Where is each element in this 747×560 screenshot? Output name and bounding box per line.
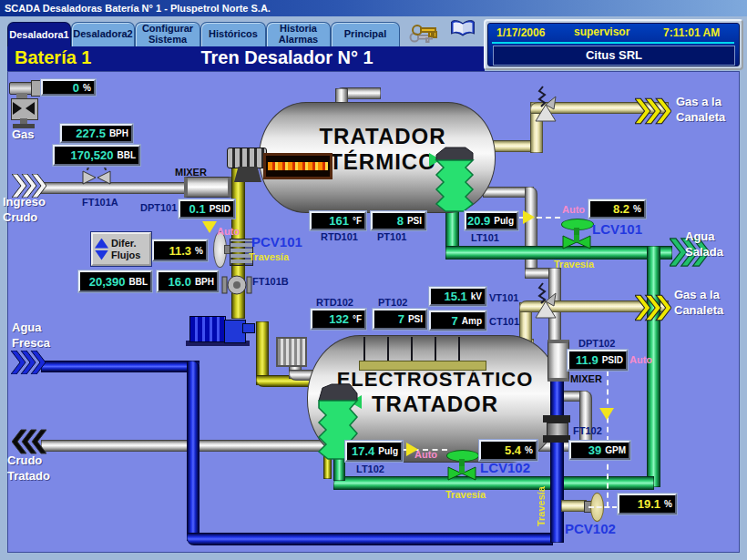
unit: % (633, 204, 641, 214)
gas-canal2-label: Gas a la Canaleta (674, 288, 723, 319)
lcv101-label[interactable]: LCV101 (592, 221, 642, 237)
pipe-water-right-riser (647, 246, 660, 487)
display-pcv102-output[interactable]: 19.1 % (618, 494, 677, 514)
fresh-line2: Fresca (12, 336, 50, 351)
lcv102-label[interactable]: LCV102 (480, 460, 530, 475)
flame-strip (268, 162, 328, 170)
mixer1-label: MIXER (175, 167, 207, 178)
unit: Pulg (378, 446, 398, 456)
thermal-level-indicator[interactable] (435, 146, 475, 217)
unit: PSI (407, 216, 422, 226)
lcv102-valve-icon[interactable] (446, 448, 479, 484)
display-ft102-flow: 39 GPM (569, 441, 630, 460)
pump-outlet (242, 323, 255, 333)
ft102-label: FT102 (573, 425, 602, 436)
up-down-arrows-icon (95, 239, 108, 260)
scada-window: { "window": {"title": "SCADA Desaladoras… (0, 0, 747, 560)
unit: BBL (117, 150, 136, 160)
pipe-fresh-bottom (187, 533, 553, 545)
pipe-fresh-inlet (41, 361, 200, 372)
gas-instrument-icon (9, 78, 46, 129)
display-lcv102-output[interactable]: 5.4 % (479, 440, 537, 461)
tab-historicos[interactable]: Históricos (200, 22, 266, 46)
tab-configurar-sistema[interactable]: Configurar Sistema (135, 22, 200, 46)
ft101a-label: FT101A (82, 197, 118, 208)
value: 8.2 (613, 202, 629, 216)
rtd102-label: RTD102 (316, 297, 353, 308)
pump-motor-icon[interactable] (189, 316, 226, 342)
travesia-pcv101: Travesía (249, 251, 289, 262)
pipe-fresh-riser (550, 377, 564, 543)
lt102-label: LT102 (356, 463, 384, 474)
session-user: supervisor (574, 25, 629, 38)
travesia-lcv102: Travesía (445, 489, 486, 500)
dpt102-label: DPT102 (578, 338, 615, 349)
difer-line2: Flujos (111, 249, 140, 260)
brine-line2: Salada (685, 245, 723, 260)
difer-flujos-button[interactable]: Difer. Flujos (91, 232, 151, 266)
unit: % (525, 445, 533, 455)
ft102-flange-top[interactable] (543, 415, 570, 423)
mixer2-label: MIXER (570, 373, 602, 384)
unit: kV (471, 291, 482, 301)
tab-historia-alarmas[interactable]: Historia Alarmas (266, 22, 331, 46)
value: 19.1 (638, 497, 660, 511)
pipe-fresh-down (187, 361, 200, 541)
session-divider (492, 42, 734, 44)
unit: PSI (408, 314, 423, 324)
value: 5.4 (505, 443, 521, 457)
unit: BBL (128, 277, 148, 287)
value: 17.4 (352, 444, 374, 458)
ft102-flange-bottom[interactable] (543, 435, 570, 443)
ct101-label: CT101 (489, 316, 519, 327)
gas2-line1: Gas a la (674, 288, 723, 303)
display-dpt101: 0.1 PSID (179, 199, 235, 219)
tab-desaladora2[interactable]: Desaladora2 (71, 22, 135, 46)
unit: % (83, 83, 91, 93)
difer-line1: Difer. (111, 238, 140, 249)
display-lcv101-output[interactable]: 8.2 % (588, 199, 646, 219)
window-titlebar[interactable]: SCADA Desaladoras Batería N° 1 - Pluspet… (0, 0, 747, 16)
unit: Amp (462, 316, 482, 326)
unit: % (195, 246, 203, 256)
ft101b-label: FT101B (252, 276, 289, 287)
inlet-line2: Crudo (3, 210, 46, 226)
value: 16.0 (169, 275, 191, 289)
lt101-label: LT101 (471, 232, 499, 243)
auto-lcv102: Auto (414, 449, 437, 460)
difer-flujos-label: Difer. Flujos (111, 238, 140, 260)
battery-title: Batería 1 (15, 47, 92, 68)
auto-pcv101: Auto (217, 226, 240, 237)
gas2-chevrons-icon (635, 294, 671, 325)
ft101a-valve-icon[interactable] (82, 168, 111, 189)
gas-instrument-body (11, 98, 38, 120)
display-lt101: 20.9 Pulg (465, 211, 518, 230)
gas1-chevrons-icon (635, 97, 671, 128)
session-time: 7:11:01 AM (663, 26, 720, 39)
pcv101-label[interactable]: PCV101 (251, 234, 302, 249)
vt101-label: VT101 (489, 292, 518, 303)
page-title: Tren Desalador N° 1 (146, 47, 428, 68)
fresh-water-chevrons-icon (11, 351, 46, 378)
tab-desaladora1[interactable]: Desaladora1 (7, 22, 71, 47)
travesia-lcv101: Travesía (554, 259, 594, 270)
display-lt102: 17.4 Pulg (345, 441, 403, 462)
fresh-water-label: Agua Fresca (12, 321, 50, 351)
display-ft101b-total: 20,390 BBL (78, 270, 152, 292)
exchanger-icon (276, 337, 307, 367)
pcv102-label[interactable]: PCV102 (565, 521, 616, 536)
display-vt101: 15.1 kV (429, 287, 486, 306)
mixer1-icon (184, 177, 231, 198)
display-dpt102: 11.9 PSID (568, 350, 628, 371)
value: 7 (398, 312, 404, 326)
tab-principal[interactable]: Principal (331, 22, 400, 46)
lcv101-valve-icon[interactable] (561, 217, 594, 253)
value: 161 (329, 214, 349, 228)
value: 0.1 (189, 202, 206, 216)
ft101b-valve-icon[interactable] (221, 272, 252, 301)
auto-dpt102: Auto (629, 354, 652, 365)
value: 227.5 (76, 127, 106, 140)
burner-body-icon (227, 148, 267, 168)
display-ct101: 7 Amp (429, 311, 486, 331)
display-difer-pct[interactable]: 11.3 % (152, 239, 208, 261)
